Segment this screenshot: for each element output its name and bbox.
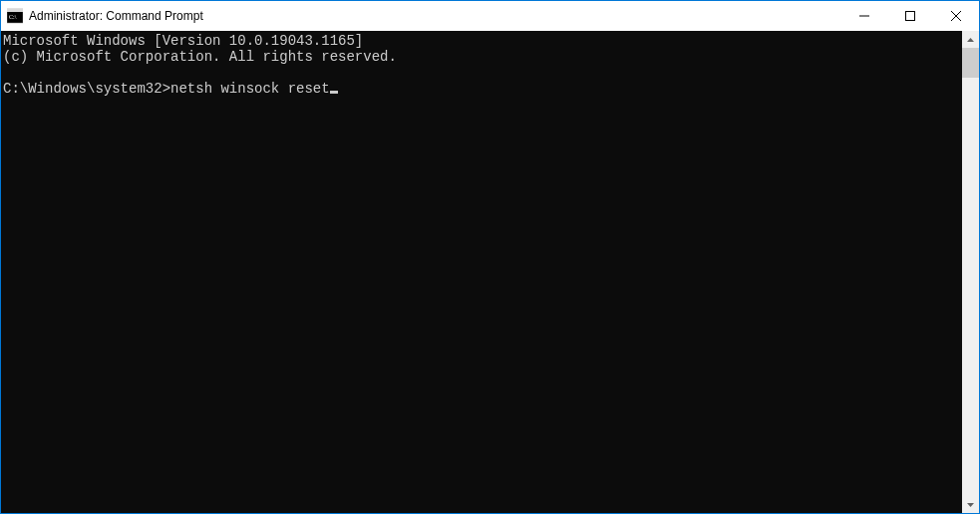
svg-marker-7 [967, 38, 974, 42]
command-prompt-window: C:\ Administrator: Command Prompt [0, 0, 980, 514]
titlebar[interactable]: C:\ Administrator: Command Prompt [1, 1, 979, 31]
svg-rect-1 [7, 9, 23, 12]
maximize-icon [905, 11, 915, 21]
maximize-button[interactable] [887, 1, 933, 31]
console-command: netsh winsock reset [170, 81, 330, 97]
text-cursor [330, 91, 338, 94]
console-prompt: C:\Windows\system32> [3, 81, 170, 97]
console-output[interactable]: Microsoft Windows [Version 10.0.19043.11… [1, 31, 962, 513]
console-area: Microsoft Windows [Version 10.0.19043.11… [1, 31, 979, 513]
scrollbar-up-button[interactable] [962, 31, 979, 48]
minimize-icon [859, 11, 869, 21]
console-line-copyright: (c) Microsoft Corporation. All rights re… [3, 49, 397, 65]
chevron-up-icon [967, 38, 974, 42]
minimize-button[interactable] [841, 1, 887, 31]
console-line-version: Microsoft Windows [Version 10.0.19043.11… [3, 33, 363, 49]
scrollbar-down-button[interactable] [962, 496, 979, 513]
scrollbar-track[interactable] [962, 48, 979, 496]
cmd-icon: C:\ [7, 8, 23, 24]
window-title: Administrator: Command Prompt [29, 9, 841, 23]
close-icon [951, 11, 961, 21]
svg-text:C:\: C:\ [9, 14, 17, 20]
close-button[interactable] [933, 1, 979, 31]
scrollbar-thumb[interactable] [962, 48, 979, 78]
chevron-down-icon [967, 503, 974, 507]
svg-marker-8 [967, 503, 974, 507]
vertical-scrollbar[interactable] [962, 31, 979, 513]
window-controls [841, 1, 979, 31]
svg-rect-4 [906, 12, 915, 21]
